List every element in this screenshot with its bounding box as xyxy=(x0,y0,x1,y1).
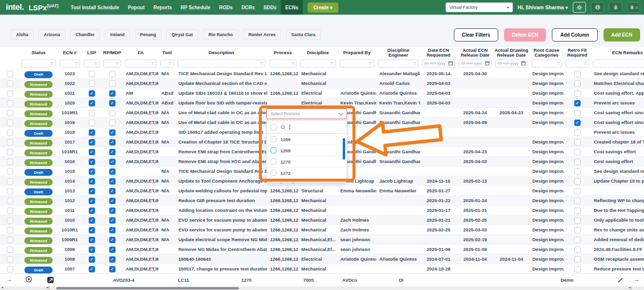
retro-checkbox[interactable]: ✓ xyxy=(574,100,581,106)
rp-checkbox[interactable] xyxy=(109,110,116,116)
filter-input-root[interactable]: ▽ xyxy=(531,60,562,67)
lsp-checkbox[interactable]: ✓ xyxy=(89,266,95,272)
column-header-rp[interactable]: RP/MDP xyxy=(101,47,123,58)
retro-checkbox[interactable] xyxy=(574,207,581,214)
row-select-checkbox[interactable] xyxy=(7,100,13,106)
row-select-checkbox[interactable] xyxy=(7,90,13,97)
rp-checkbox[interactable] xyxy=(109,71,116,77)
column-header-desc[interactable]: Description xyxy=(176,47,267,58)
column-header-process[interactable]: Process xyxy=(267,47,298,58)
lsp-checkbox[interactable]: ✓ xyxy=(89,256,95,263)
lsp-checkbox[interactable]: ✓ xyxy=(89,139,95,145)
site-chip-rio-rancho[interactable]: Rio Rancho xyxy=(203,29,238,40)
retro-checkbox[interactable] xyxy=(574,256,581,263)
filter-input-ecn[interactable]: ▽ xyxy=(59,60,80,67)
lsp-checkbox[interactable] xyxy=(89,71,95,77)
row-select-checkbox[interactable] xyxy=(7,198,13,204)
site-chip-penang[interactable]: Penang xyxy=(135,29,162,40)
view-icon[interactable] xyxy=(25,276,32,285)
dropdown-scrollbar[interactable] xyxy=(343,138,345,160)
process-option-checkbox[interactable] xyxy=(271,136,276,142)
filter-input-tool[interactable]: ▽ xyxy=(160,60,174,67)
scrollbar-thumb[interactable] xyxy=(56,287,239,290)
rp-checkbox[interactable]: ✓ xyxy=(109,188,116,194)
row-select-checkbox[interactable] xyxy=(7,159,13,165)
rp-checkbox[interactable]: ✓ xyxy=(109,100,116,106)
row-select-checkbox[interactable] xyxy=(7,217,13,224)
column-header-fa[interactable]: FA xyxy=(123,47,158,58)
column-header-drw[interactable]: Actual Drawing Release Date xyxy=(493,47,529,58)
row-select-checkbox[interactable] xyxy=(7,237,13,243)
filter-input-status[interactable]: ▽ xyxy=(21,60,56,67)
process-option-checkbox[interactable] xyxy=(271,147,276,153)
column-header-lsp[interactable]: LSP xyxy=(82,47,101,58)
filter-input-rp[interactable]: ▽ xyxy=(103,60,121,67)
rp-checkbox[interactable]: ✓ xyxy=(109,266,116,272)
lsp-checkbox[interactable]: ✓ xyxy=(89,207,95,214)
lsp-checkbox[interactable] xyxy=(89,120,95,126)
lsp-checkbox[interactable]: ✓ xyxy=(89,188,95,194)
column-header-eng[interactable]: Discipline Engineer xyxy=(376,47,420,58)
filter-input-disc[interactable]: ▽ xyxy=(300,60,335,67)
column-header-rel[interactable]: Actual ECN Release Date xyxy=(457,47,493,58)
row-select-checkbox[interactable] xyxy=(7,139,13,145)
rp-checkbox[interactable] xyxy=(109,81,116,87)
rp-checkbox[interactable]: ✓ xyxy=(109,217,116,224)
lsp-checkbox[interactable]: ✓ xyxy=(89,217,95,224)
nav-item-popout[interactable]: Popout xyxy=(123,0,149,15)
user-menu[interactable]: Hi, Shivam Sharma ▾ xyxy=(518,4,568,10)
rp-checkbox[interactable]: ✓ xyxy=(109,256,116,263)
column-header-rem[interactable]: ECN Remarks xyxy=(591,47,644,58)
nav-item-dcrs[interactable]: DCRs xyxy=(237,0,259,15)
retro-checkbox[interactable] xyxy=(574,247,581,253)
scroll-start-icon[interactable]: ▸| xyxy=(47,286,49,290)
info-button[interactable] xyxy=(591,2,604,13)
process-option-1270[interactable]: 1270 xyxy=(267,156,347,167)
lsp-checkbox[interactable]: ✓ xyxy=(89,247,95,253)
select-all-checkbox[interactable] xyxy=(271,124,277,130)
site-chip-arizona[interactable]: Arizona xyxy=(39,29,65,40)
retro-checkbox[interactable] xyxy=(574,110,581,116)
process-option-1266[interactable]: 1266 xyxy=(267,134,347,145)
rp-checkbox[interactable]: ✓ xyxy=(109,168,116,175)
nav-item-tool-install-schedule[interactable]: Tool Install Schedule xyxy=(66,0,123,15)
filter-input-desc[interactable]: ▽ xyxy=(177,60,265,67)
bug-report-button[interactable] xyxy=(609,2,622,13)
site-chip-qiryat-gat[interactable]: Qiryat Gat xyxy=(166,29,198,40)
site-chip-santa-clara[interactable]: Santa Clara xyxy=(286,29,321,40)
rp-checkbox[interactable]: ✓ xyxy=(109,129,116,136)
row-select-checkbox[interactable] xyxy=(7,227,13,233)
nav-item-reports[interactable]: Reports xyxy=(149,0,176,15)
scroll-end-icon[interactable]: → xyxy=(638,286,641,289)
rp-checkbox[interactable]: ✓ xyxy=(109,139,116,145)
process-select-trigger[interactable]: Select Process xyxy=(266,108,347,119)
site-chip-ronler-acres[interactable]: Ronler Acres xyxy=(243,29,281,40)
retro-checkbox[interactable] xyxy=(574,266,581,272)
filter-input-rel[interactable]: dd-mm-yyyy xyxy=(459,60,491,67)
expand-row-icon[interactable]: → xyxy=(6,276,12,283)
row-select-checkbox[interactable] xyxy=(7,247,13,253)
row-select-checkbox[interactable] xyxy=(7,120,13,126)
retro-checkbox[interactable] xyxy=(574,90,581,97)
process-option-1272[interactable]: 1272 xyxy=(267,167,347,179)
column-header-prep[interactable]: Prepared By xyxy=(337,47,376,58)
retro-checkbox[interactable] xyxy=(574,227,581,233)
add-ecn-button[interactable]: Add ECN xyxy=(604,28,640,41)
clear-filters-button[interactable]: Clear Filters xyxy=(454,28,499,41)
lsp-checkbox[interactable]: ✓ xyxy=(89,129,95,136)
filter-input-req[interactable]: dd-mm-yyyy xyxy=(422,60,455,67)
retro-checkbox[interactable] xyxy=(574,149,581,155)
lsp-checkbox[interactable]: ✓ xyxy=(89,149,95,155)
site-chip-aloha[interactable]: Aloha xyxy=(11,29,34,40)
row-select-checkbox[interactable] xyxy=(7,129,13,136)
row-select-checkbox[interactable] xyxy=(7,149,13,155)
retro-checkbox[interactable] xyxy=(574,188,581,194)
add-column-button[interactable]: Add Column xyxy=(552,28,597,41)
rp-checkbox[interactable]: ✓ xyxy=(109,178,116,185)
lsp-checkbox[interactable]: ✓ xyxy=(89,227,95,233)
filter-input-retro[interactable]: ▽ xyxy=(566,60,589,67)
column-header-tool[interactable]: Tool xyxy=(158,47,176,58)
rp-checkbox[interactable]: ✓ xyxy=(109,149,116,155)
process-option-checkbox[interactable] xyxy=(271,170,276,176)
row-select-checkbox[interactable] xyxy=(7,81,13,87)
